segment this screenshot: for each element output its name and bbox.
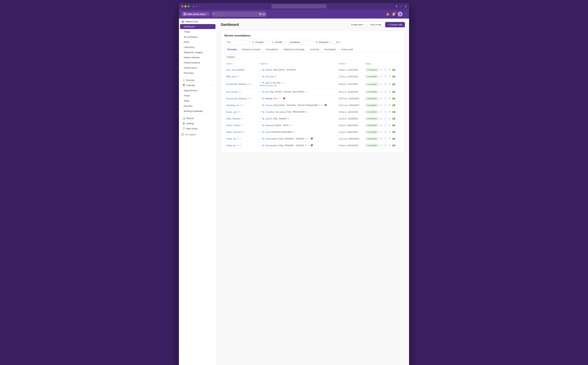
- sidebar-item-orphan-items[interactable]: Orphan items: [180, 65, 216, 70]
- filter-staff[interactable]: 🔍 All Staff ✕: [270, 40, 287, 45]
- client-link[interactable]: AILA, KILJANDER: [226, 69, 245, 71]
- client-link[interactable]: Lior, Kerner: [226, 91, 238, 93]
- patient-name-link[interactable]: Mustang: [265, 124, 274, 127]
- action-upload-icon[interactable]: ⬆: [388, 97, 391, 100]
- action-upload-icon[interactable]: ⬆: [388, 144, 391, 147]
- patient-name-link[interactable]: Cosmo: [265, 104, 272, 106]
- action-tag-icon[interactable]: 🏷: [379, 104, 383, 107]
- new-tab-icon[interactable]: +: [400, 5, 402, 8]
- filter-patients[interactable]: All patients ⌃: [288, 40, 312, 45]
- sidebar-item-pharmacy[interactable]: Pharmacy: [180, 70, 216, 76]
- tab-invoice-paid[interactable]: Invoice paid: [338, 47, 356, 52]
- action-upload-icon[interactable]: ⬆: [388, 90, 391, 93]
- tab-discharged[interactable]: Discharged: [322, 47, 338, 52]
- sidebar-item-records[interactable]: 📁 Records ›: [180, 78, 216, 83]
- action-payment-icon[interactable]: 💵: [392, 124, 396, 127]
- client-link[interactable]: Arska, Iso: [226, 137, 236, 140]
- maximize-button[interactable]: [188, 5, 190, 7]
- sidebar-item-day-plan[interactable]: Day plan: [180, 104, 216, 108]
- status-badge[interactable]: consultation: [365, 124, 379, 127]
- patient-name-link[interactable]: yjtut (x 50): [265, 81, 276, 84]
- patient-edit-icon[interactable]: ✏: [260, 104, 261, 106]
- sidebar-item-calendar[interactable]: 📅 Calendar ▾: [180, 83, 216, 88]
- action-tag-icon[interactable]: 🏷: [379, 83, 383, 86]
- action-tag-icon[interactable]: 🏷: [379, 90, 383, 93]
- action-payment-icon[interactable]: 💵: [392, 68, 396, 71]
- action-payment-icon[interactable]: 💵: [392, 83, 396, 86]
- action-upload-icon[interactable]: ⬆: [388, 110, 391, 114]
- status-badge[interactable]: consultation: [365, 90, 379, 93]
- sidebar-item-booking-availability[interactable]: Booking Availability: [180, 109, 216, 114]
- patient-edit-icon[interactable]: ✏: [260, 131, 261, 133]
- client-link[interactable]: Szczesniak, Mateusz: [226, 83, 247, 85]
- patient-edit-icon[interactable]: ✏: [260, 69, 261, 71]
- action-upload-icon[interactable]: ⬆: [388, 137, 391, 140]
- client-link[interactable]: Arska, Iso: [226, 144, 236, 147]
- create-new-button[interactable]: Create new ▾: [348, 22, 366, 27]
- action-payment-icon[interactable]: 💵: [392, 130, 396, 134]
- clinic-selector[interactable]: B Bath demo clinic ⌃: [182, 12, 210, 16]
- action-doc-icon[interactable]: 📄: [383, 97, 387, 100]
- patient-edit-icon[interactable]: ✏: [260, 124, 261, 126]
- sidebar-item-finder[interactable]: Finder: [180, 93, 216, 98]
- status-badge[interactable]: consultation: [365, 117, 379, 120]
- patient-edit-icon[interactable]: ✏: [260, 91, 261, 93]
- status-badge[interactable]: consultation: [365, 75, 379, 78]
- sidebar-item-shifts[interactable]: Shifts: [180, 98, 216, 103]
- action-upload-icon[interactable]: ⬆: [388, 124, 391, 127]
- search-input[interactable]: [212, 11, 267, 17]
- tab-invoicing[interactable]: Invoicing: [308, 47, 321, 52]
- action-tag-icon[interactable]: 🏷: [379, 130, 383, 134]
- patient-edit-icon[interactable]: ✏: [260, 118, 261, 120]
- patient-edit-icon[interactable]: ✏: [260, 138, 261, 140]
- tab-consultation[interactable]: Consultation: [263, 47, 280, 52]
- action-tag-icon[interactable]: 🏷: [379, 68, 383, 71]
- client-link[interactable]: Norris, Chuck: [226, 124, 240, 127]
- status-badge[interactable]: consultation: [365, 130, 379, 133]
- action-tag-icon[interactable]: 🏷: [379, 144, 383, 147]
- patient-name-link[interactable]: Terminaattori: [265, 137, 278, 140]
- sidebar-item-my-workspace[interactable]: My workspace: [180, 34, 216, 39]
- sidebar-item-settings[interactable]: ⚙️ Settings: [180, 121, 216, 126]
- patient-name-link[interactable]: DIANA: [265, 69, 272, 71]
- action-tag-icon[interactable]: 🏷: [379, 137, 383, 140]
- action-doc-icon[interactable]: 📄: [383, 90, 387, 93]
- patient-name-link[interactable]: Asdf: [265, 131, 270, 133]
- action-payment-icon[interactable]: 💵: [392, 97, 396, 100]
- action-upload-icon[interactable]: ⬆: [388, 104, 391, 107]
- action-tag-icon[interactable]: 🏷: [379, 124, 383, 127]
- patient-name-link[interactable]: Wendy: [265, 97, 272, 100]
- tab-waiting-for-discharge[interactable]: Waiting for discharge: [281, 47, 307, 52]
- sidebar-item-diagnostic-imaging[interactable]: Diagnostic imaging: [180, 50, 216, 55]
- col-patients[interactable]: Patients ⇅: [258, 61, 337, 66]
- client-link[interactable]: Koski, Jaro: [226, 111, 237, 113]
- forward-icon[interactable]: ›: [201, 5, 202, 8]
- filter-staff-clear-icon[interactable]: ✕: [283, 41, 285, 43]
- action-upload-icon[interactable]: ⬆: [388, 83, 391, 86]
- status-badge[interactable]: consultation: [365, 68, 379, 71]
- tab-all-active[interactable]: All active: [225, 47, 239, 52]
- action-doc-icon[interactable]: 📄: [383, 117, 387, 120]
- action-doc-icon[interactable]: 📄: [383, 75, 387, 78]
- action-doc-icon[interactable]: 📄: [383, 68, 387, 71]
- sidebar-item-reports[interactable]: 📊 Reports: [180, 116, 216, 121]
- notification-bell-icon[interactable]: 🔔: [386, 13, 390, 16]
- url-bar[interactable]: ···: [272, 4, 327, 8]
- status-badge[interactable]: consultation: [365, 144, 379, 147]
- action-payment-icon[interactable]: 💵: [392, 137, 396, 140]
- filter-settings-button[interactable]: ⚙ ▾: [335, 40, 342, 45]
- patient-edit-icon[interactable]: ✏: [260, 82, 261, 84]
- patient-edit-icon[interactable]: ✏: [260, 98, 261, 100]
- action-upload-icon[interactable]: ⬆: [388, 68, 391, 71]
- sidebar-item-patient-locations[interactable]: Patient locations: [180, 60, 216, 65]
- client-link[interactable]: Szczesniak, Mateusz: [226, 97, 247, 100]
- action-tag-icon[interactable]: 🏷: [379, 117, 383, 120]
- action-doc-icon[interactable]: 📄: [383, 104, 387, 107]
- client-link[interactable]: Holly, Stewart: [226, 117, 240, 120]
- filter-species-clear-icon[interactable]: ✕: [329, 41, 331, 43]
- filter-species[interactable]: 🔍 All species ✕: [313, 40, 333, 45]
- action-upload-icon[interactable]: ⬆: [388, 130, 391, 134]
- columns-button[interactable]: Columns: [225, 55, 237, 59]
- status-badge[interactable]: consultation: [365, 83, 379, 86]
- action-payment-icon[interactable]: 💵: [392, 110, 396, 114]
